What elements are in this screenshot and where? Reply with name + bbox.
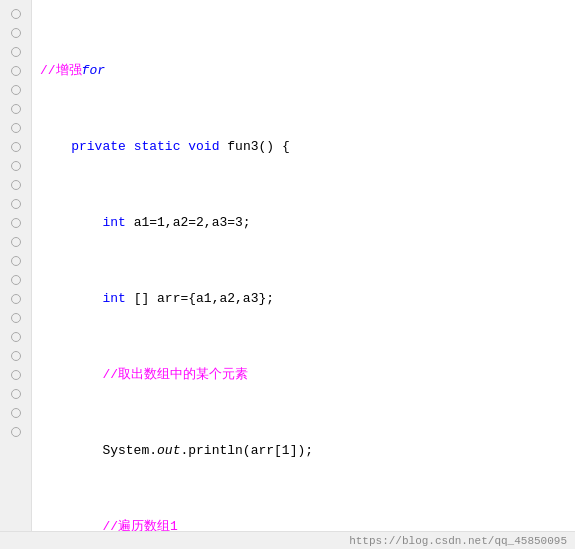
breakpoint-13[interactable] bbox=[11, 237, 21, 247]
gutter-line bbox=[0, 23, 31, 42]
breakpoint-17[interactable] bbox=[11, 313, 21, 323]
gutter-line bbox=[0, 289, 31, 308]
kw-static: static bbox=[134, 137, 181, 156]
gutter-line bbox=[0, 403, 31, 422]
code-editor: //增强for private static void fun3() { int… bbox=[0, 0, 575, 549]
gutter-line bbox=[0, 308, 31, 327]
breakpoint-22[interactable] bbox=[11, 408, 21, 418]
code-line-6: System.out.println(arr[1]); bbox=[40, 441, 567, 460]
kw-int-3: int bbox=[102, 213, 125, 232]
gutter-line bbox=[0, 156, 31, 175]
breakpoint-20[interactable] bbox=[11, 370, 21, 380]
gutter-line bbox=[0, 346, 31, 365]
breakpoint-5[interactable] bbox=[11, 85, 21, 95]
gutter-line bbox=[0, 251, 31, 270]
comment-5: //取出数组中的某个元素 bbox=[102, 365, 248, 384]
code-area: //增强for private static void fun3() { int… bbox=[0, 0, 575, 531]
breakpoint-23[interactable] bbox=[11, 427, 21, 437]
gutter-line bbox=[0, 232, 31, 251]
breakpoint-3[interactable] bbox=[11, 47, 21, 57]
breakpoint-7[interactable] bbox=[11, 123, 21, 133]
code-line-2: private static void fun3() { bbox=[40, 137, 567, 156]
gutter-line bbox=[0, 422, 31, 441]
breakpoint-19[interactable] bbox=[11, 351, 21, 361]
gutter-line bbox=[0, 327, 31, 346]
gutter-line bbox=[0, 384, 31, 403]
code-line-4: int [] arr={a1,a2,a3}; bbox=[40, 289, 567, 308]
breakpoint-15[interactable] bbox=[11, 275, 21, 285]
code-line-3: int a1=1,a2=2,a3=3; bbox=[40, 213, 567, 232]
footer: https://blog.csdn.net/qq_45850095 bbox=[0, 531, 575, 549]
gutter-line bbox=[0, 99, 31, 118]
gutter-line bbox=[0, 194, 31, 213]
gutter-line bbox=[0, 80, 31, 99]
breakpoint-1[interactable] bbox=[11, 9, 21, 19]
comment-7: //遍历数组1 bbox=[102, 517, 177, 531]
gutter-line bbox=[0, 137, 31, 156]
breakpoint-10[interactable] bbox=[11, 180, 21, 190]
gutter-line bbox=[0, 4, 31, 23]
breakpoint-6[interactable] bbox=[11, 104, 21, 114]
code-line-1: //增强for bbox=[40, 61, 567, 80]
breakpoint-4[interactable] bbox=[11, 66, 21, 76]
gutter-line bbox=[0, 175, 31, 194]
breakpoint-8[interactable] bbox=[11, 142, 21, 152]
breakpoint-12[interactable] bbox=[11, 218, 21, 228]
gutter-line bbox=[0, 61, 31, 80]
gutter-line bbox=[0, 365, 31, 384]
gutter-line bbox=[0, 42, 31, 61]
indent-2 bbox=[40, 137, 71, 156]
kw-void: void bbox=[188, 137, 219, 156]
breakpoint-18[interactable] bbox=[11, 332, 21, 342]
code-line-7: //遍历数组1 bbox=[40, 517, 567, 531]
breakpoint-21[interactable] bbox=[11, 389, 21, 399]
breakpoint-2[interactable] bbox=[11, 28, 21, 38]
breakpoint-16[interactable] bbox=[11, 294, 21, 304]
gutter bbox=[0, 0, 32, 531]
code-line-5: //取出数组中的某个元素 bbox=[40, 365, 567, 384]
kw-int-4: int bbox=[102, 289, 125, 308]
gutter-line bbox=[0, 118, 31, 137]
breakpoint-11[interactable] bbox=[11, 199, 21, 209]
code-content[interactable]: //增强for private static void fun3() { int… bbox=[32, 0, 575, 531]
gutter-line bbox=[0, 270, 31, 289]
footer-url: https://blog.csdn.net/qq_45850095 bbox=[349, 535, 567, 547]
gutter-line bbox=[0, 213, 31, 232]
breakpoint-14[interactable] bbox=[11, 256, 21, 266]
kw-private: private bbox=[71, 137, 126, 156]
breakpoint-9[interactable] bbox=[11, 161, 21, 171]
comment-1: //增强for bbox=[40, 61, 105, 80]
